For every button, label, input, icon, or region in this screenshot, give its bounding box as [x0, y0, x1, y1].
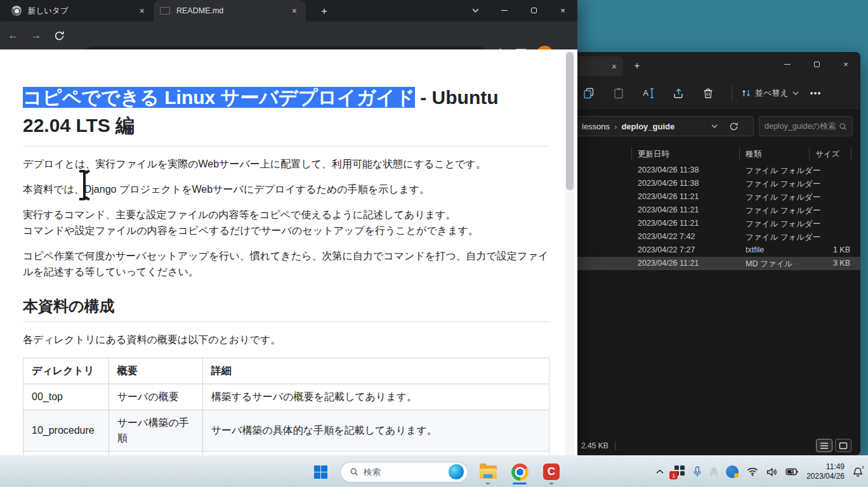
new-tab-button[interactable]: +	[629, 58, 645, 74]
explorer-status-bar: 2.45 KB	[574, 436, 860, 455]
share-icon[interactable]	[672, 87, 685, 100]
address-dropdown-icon[interactable]	[711, 124, 718, 128]
breadcrumb-item-deploy-guide[interactable]: deploy_guide	[621, 122, 674, 131]
table-row: 00_top サーバの概要 構築するサーバの概要を記載してあります。	[23, 384, 549, 410]
scrollbar[interactable]	[565, 49, 575, 455]
paragraph: デプロイとは、実行ファイルを実際のWebサーバー上に配置して、利用可能な状態にす…	[23, 156, 549, 172]
taskbar-file-explorer[interactable]	[476, 458, 500, 486]
bing-icon[interactable]	[449, 464, 464, 479]
file-row[interactable]: 2023/04/26 11:21ファイル フォルダー	[574, 204, 860, 217]
large-icons-view-button[interactable]	[835, 439, 852, 452]
tab-new-tab[interactable]: 新しいタブ ×	[5, 0, 154, 22]
reload-button[interactable]	[49, 26, 69, 45]
forward-button[interactable]: →	[27, 26, 46, 45]
markdown-document: コピペでできる Linux サーバデプロイガイド - Ubuntu 22.04 …	[23, 49, 549, 455]
table-row: 10_procedure サーバ構築の手順 サーバ構築の具体的な手順を記載してあ…	[23, 410, 549, 451]
taskbar: C 1 A	[0, 455, 868, 487]
toolbar-divider	[732, 86, 732, 101]
paragraph: 各ディレクトリにある資料の概要は以下のとおりです。	[23, 332, 549, 347]
volume-icon[interactable]	[766, 467, 777, 477]
battery-icon[interactable]	[786, 468, 798, 476]
chrome-window: 新しいタブ × README.md × + × ← →	[0, 0, 577, 455]
browser-toolbar: ← → ファイル D:/projects/lessons/deploy_guid…	[0, 22, 577, 49]
explorer-command-bar: A 並べ替え •••	[574, 76, 860, 110]
chevron-down-icon	[792, 91, 799, 95]
file-row[interactable]: 2023/04/22 7:27txtfile1 KB	[574, 244, 860, 257]
taskbar-search[interactable]	[340, 462, 468, 483]
address-bar[interactable]: lessons › deploy_guide	[575, 116, 754, 136]
tray-chevron-up-icon[interactable]	[656, 469, 664, 474]
tab-readme[interactable]: README.md ×	[154, 0, 306, 22]
paste-icon[interactable]	[612, 87, 625, 100]
clock-date: 2023/04/26	[806, 472, 845, 481]
file-row-selected[interactable]: 2023/04/26 11:21MD ファイル3 KB	[574, 257, 860, 270]
file-row[interactable]: 2023/04/26 11:21ファイル フォルダー	[574, 190, 860, 204]
file-explorer-window: × + × A	[574, 52, 860, 455]
explorer-search-input[interactable]	[765, 122, 839, 131]
breadcrumb-item-lessons[interactable]: lessons	[582, 122, 610, 131]
tray-app-badge-icon[interactable]: 1	[672, 465, 685, 478]
tab-close-icon[interactable]: ×	[137, 6, 147, 16]
text-cursor	[77, 169, 91, 202]
markdown-favicon-icon	[160, 7, 170, 15]
details-view-button[interactable]	[816, 439, 832, 452]
taskbar-chrome[interactable]	[508, 458, 532, 486]
taskbar-camtasia[interactable]: C	[539, 458, 563, 486]
tab-search-button[interactable]	[461, 0, 490, 20]
refresh-icon[interactable]	[729, 122, 739, 131]
column-header-type[interactable]: 種類	[746, 149, 761, 160]
minimize-button[interactable]	[773, 52, 802, 76]
status-size: 2.45 KB	[581, 441, 608, 450]
taskbar-search-input[interactable]	[364, 467, 449, 477]
file-row[interactable]: 2023/04/22 7:42ファイル フォルダー	[574, 230, 860, 244]
desktop: × + × A	[0, 0, 868, 487]
tab-close-icon[interactable]: ×	[612, 62, 617, 72]
close-button[interactable]: ×	[548, 0, 577, 20]
account-orb-icon[interactable]	[726, 465, 739, 478]
file-row[interactable]: 2023/04/26 11:38ファイル フォルダー	[574, 164, 860, 177]
back-button[interactable]: ←	[4, 26, 23, 45]
directory-table: ディレクトリ 概要 詳細 00_top サーバの概要 構築するサーバの概要を記載…	[23, 358, 549, 455]
sort-arrows-icon	[741, 88, 751, 98]
minimize-button[interactable]	[490, 0, 519, 20]
tab-close-icon[interactable]: ×	[289, 6, 299, 16]
maximize-button[interactable]	[802, 52, 831, 76]
windows-logo-icon	[314, 465, 327, 479]
delete-icon[interactable]	[702, 87, 714, 100]
sort-label: 並べ替え	[755, 88, 789, 99]
clock-time: 11:49	[806, 462, 845, 472]
close-button[interactable]: ×	[831, 52, 860, 76]
sort-button[interactable]: 並べ替え	[741, 88, 799, 99]
explorer-titlebar[interactable]: × + ×	[574, 52, 860, 76]
wifi-icon[interactable]	[747, 467, 758, 476]
file-list-header: 更新日時 種類 サイズ	[574, 145, 860, 164]
focus-assist-bell-icon[interactable]: z	[853, 467, 863, 477]
notification-badge: 1	[669, 471, 678, 479]
chrome-icon	[511, 464, 529, 481]
file-row[interactable]: 2023/04/26 11:21ファイル フォルダー	[574, 217, 860, 230]
microphone-icon[interactable]	[693, 466, 702, 477]
scrollbar-thumb[interactable]	[566, 52, 574, 190]
start-button[interactable]	[308, 458, 332, 486]
explorer-address-row: lessons › deploy_guide	[574, 110, 860, 141]
selected-text: コピペでできる Linux サーバデプロイガイド	[23, 87, 415, 108]
rename-icon[interactable]: A	[642, 87, 655, 100]
explorer-tab[interactable]: ×	[574, 56, 623, 76]
file-row[interactable]: 2023/04/26 11:38ファイル フォルダー	[574, 177, 860, 190]
new-tab-button[interactable]: +	[316, 3, 332, 20]
more-options-button[interactable]: •••	[810, 88, 822, 98]
breadcrumb-separator-icon: ›	[614, 122, 617, 131]
column-header-size[interactable]: サイズ	[815, 149, 839, 160]
column-header-date[interactable]: 更新日時	[638, 149, 669, 160]
paragraph: コピペ作業で何度かサーバセットアップを行い、慣れてきたら、次第に自力でコマンドを…	[23, 248, 549, 280]
paragraph: 実行するコマンド、主要な設定ファイルの内容等をコピペで使えるように記述してありま…	[23, 207, 549, 238]
tab-strip[interactable]: 新しいタブ × README.md × + ×	[0, 0, 577, 22]
ime-indicator[interactable]: A	[710, 466, 718, 477]
copy-icon[interactable]	[582, 87, 595, 100]
file-list: 2023/04/26 11:38ファイル フォルダー 2023/04/26 11…	[574, 164, 860, 270]
tray-clock[interactable]: 11:49 2023/04/26	[806, 462, 845, 481]
maximize-button[interactable]	[519, 0, 548, 20]
explorer-search-box[interactable]	[759, 116, 853, 136]
chrome-favicon-icon	[11, 6, 22, 16]
section-heading: 本資料の構成	[23, 296, 549, 322]
